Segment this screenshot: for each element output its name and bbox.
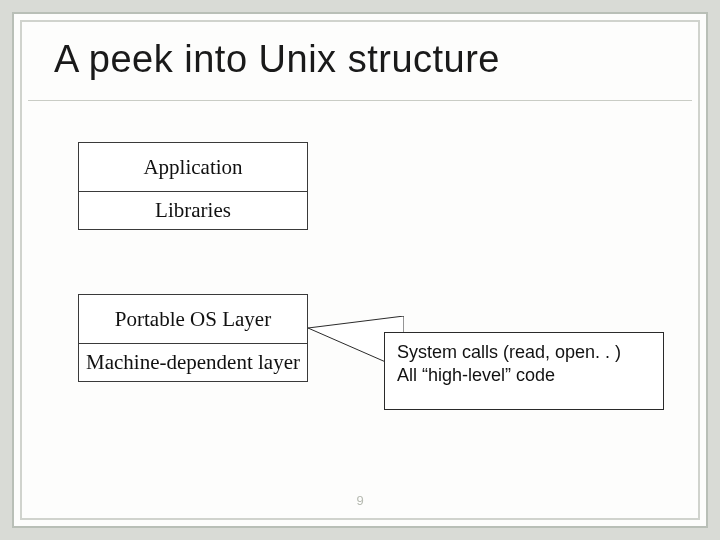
layer-application: Application — [78, 142, 308, 192]
layer-stack: Application Libraries Portable OS Layer … — [78, 142, 308, 382]
layer-machine-dependent: Machine-dependent layer — [78, 344, 308, 382]
slide-frame: A peek into Unix structure Application L… — [12, 12, 708, 528]
layer-gap — [78, 230, 308, 294]
callout-box: System calls (read, open. . ) All “high-… — [384, 332, 664, 410]
layer-libraries: Libraries — [78, 192, 308, 230]
callout-line-2: All “high-level” code — [397, 364, 651, 387]
callout-line-1: System calls (read, open. . ) — [397, 341, 651, 364]
title-divider — [28, 100, 692, 101]
page-number: 9 — [14, 493, 706, 508]
slide-title: A peek into Unix structure — [54, 38, 500, 81]
layer-portable-os: Portable OS Layer — [78, 294, 308, 344]
